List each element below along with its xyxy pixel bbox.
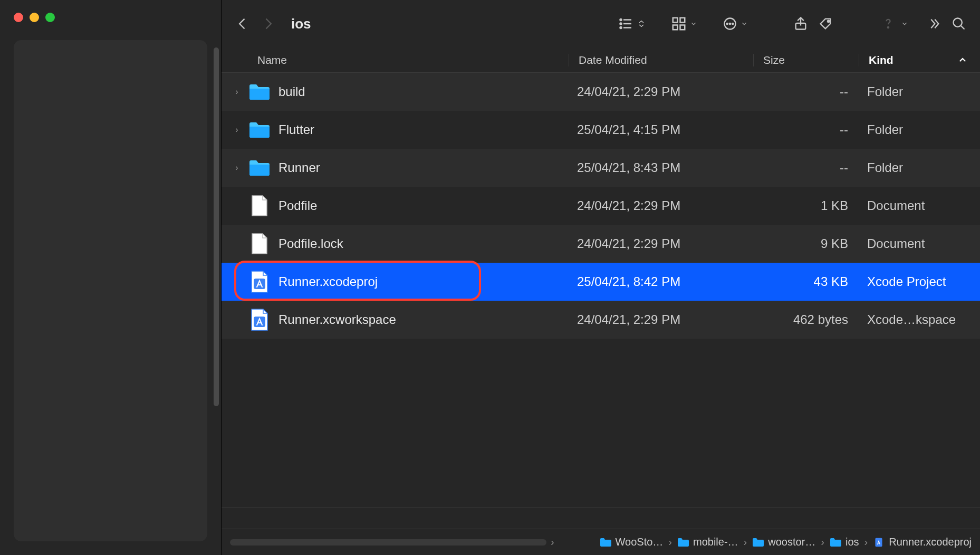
chevron-right-icon: › — [744, 536, 747, 548]
file-kind: Xcode…kspace — [858, 312, 980, 327]
main-pane: ios — [222, 0, 980, 555]
file-row[interactable]: Podfile.lock24/04/21, 2:29 PM9 KBDocumen… — [222, 225, 980, 263]
file-kind: Folder — [858, 84, 980, 99]
path-crumb-label: ios — [846, 536, 859, 548]
path-crumb[interactable]: mobile-… — [677, 536, 738, 548]
file-row[interactable]: ›Flutter25/04/21, 4:15 PM--Folder — [222, 111, 980, 149]
column-header-kind[interactable]: Kind — [859, 54, 980, 66]
sidebar — [0, 0, 222, 555]
folder-icon — [830, 538, 841, 547]
column-header-date[interactable]: Date Modified — [569, 54, 753, 66]
path-crumb-label: woostor… — [768, 536, 815, 548]
dropdown-chevron-icon[interactable] — [901, 20, 908, 27]
disclosure-triangle-icon[interactable]: › — [231, 87, 243, 97]
file-size: -- — [752, 122, 858, 137]
chevron-right-icon: › — [551, 536, 554, 548]
help-icon — [879, 14, 898, 33]
folder-icon — [248, 156, 271, 179]
file-date: 25/04/21, 8:43 PM — [568, 160, 752, 175]
file-row[interactable]: Podfile24/04/21, 2:29 PM1 KBDocument — [222, 187, 980, 225]
path-bar-scrub[interactable] — [230, 539, 546, 546]
sidebar-scrollbar[interactable] — [214, 47, 219, 406]
view-list-button[interactable] — [618, 16, 646, 32]
back-button[interactable] — [233, 14, 252, 33]
svg-point-2 — [620, 23, 622, 25]
close-window-button[interactable] — [14, 13, 23, 22]
file-kind: Folder — [858, 160, 980, 175]
svg-line-18 — [961, 26, 965, 30]
overflow-button[interactable] — [924, 14, 943, 33]
path-crumb[interactable]: ios — [830, 536, 859, 548]
window-controls — [0, 0, 221, 35]
column-header-kind-label: Kind — [869, 54, 893, 66]
path-crumb[interactable]: Runner.xcodeproj — [873, 536, 972, 548]
file-name: Runner — [278, 160, 568, 175]
fullscreen-window-button[interactable] — [45, 13, 55, 22]
file-kind: Document — [858, 236, 980, 251]
column-header-size[interactable]: Size — [753, 54, 859, 66]
share-button[interactable] — [791, 14, 810, 33]
file-name: build — [278, 84, 568, 99]
svg-rect-6 — [673, 18, 678, 23]
path-bar: › WooSto…›mobile-…›woostor…›ios›Runner.x… — [222, 529, 980, 555]
file-row[interactable]: ›Runner25/04/21, 8:43 PM--Folder — [222, 149, 980, 187]
path-crumb-label: WooSto… — [616, 536, 664, 548]
column-headers: Name Date Modified Size Kind — [222, 47, 980, 73]
file-size: 1 KB — [752, 198, 858, 213]
file-size: 43 KB — [752, 274, 858, 289]
file-date: 24/04/21, 2:29 PM — [568, 84, 752, 99]
path-crumb-label: Runner.xcodeproj — [889, 536, 972, 548]
svg-point-12 — [729, 23, 731, 24]
file-name: Runner.xcworkspace — [278, 312, 568, 327]
file-date: 24/04/21, 2:29 PM — [568, 198, 752, 213]
file-date: 24/04/21, 2:29 PM — [568, 236, 752, 251]
file-date: 24/04/21, 2:29 PM — [568, 312, 752, 327]
svg-point-4 — [620, 27, 622, 28]
folder-icon — [600, 538, 611, 547]
chevron-right-icon: › — [821, 536, 824, 548]
file-size: -- — [752, 84, 858, 99]
disclosure-triangle-icon[interactable]: › — [231, 125, 243, 135]
folder-icon — [677, 538, 689, 547]
folder-icon — [752, 538, 764, 547]
minimize-window-button[interactable] — [30, 13, 39, 22]
file-kind: Xcode Project — [858, 274, 980, 289]
svg-rect-8 — [673, 25, 678, 30]
svg-point-17 — [954, 18, 962, 27]
xcode-icon — [248, 270, 271, 293]
file-row[interactable]: Runner.xcworkspace24/04/21, 2:29 PM462 b… — [222, 301, 980, 339]
file-row[interactable]: ›build24/04/21, 2:29 PM--Folder — [222, 73, 980, 111]
sort-ascending-icon — [958, 55, 967, 65]
xcode-icon — [873, 538, 885, 547]
tags-button[interactable] — [816, 14, 835, 33]
toolbar: ios — [222, 0, 980, 47]
folder-title: ios — [291, 16, 311, 32]
file-name: Runner.xcodeproj — [278, 274, 568, 289]
file-list: ›build24/04/21, 2:29 PM--Folder›Flutter2… — [222, 73, 980, 508]
search-button[interactable] — [949, 14, 968, 33]
svg-rect-7 — [680, 18, 685, 23]
forward-button[interactable] — [258, 14, 277, 33]
file-size: 9 KB — [752, 236, 858, 251]
chevron-right-icon: › — [864, 536, 868, 548]
doc-icon — [248, 232, 271, 255]
file-date: 25/04/21, 4:15 PM — [568, 122, 752, 137]
file-size: -- — [752, 160, 858, 175]
column-header-name[interactable]: Name — [257, 54, 569, 66]
file-kind: Document — [858, 198, 980, 213]
path-crumb[interactable]: WooSto… — [600, 536, 664, 548]
group-by-button[interactable] — [671, 16, 697, 32]
status-bar — [222, 508, 980, 529]
file-name: Flutter — [278, 122, 568, 137]
doc-icon — [248, 194, 271, 217]
action-menu-button[interactable] — [723, 16, 748, 31]
path-crumb-label: mobile-… — [693, 536, 738, 548]
chevron-right-icon: › — [668, 536, 672, 548]
svg-point-15 — [828, 21, 830, 23]
file-row[interactable]: Runner.xcodeproj25/04/21, 8:42 PM43 KBXc… — [222, 263, 980, 301]
disclosure-triangle-icon[interactable]: › — [231, 163, 243, 173]
folder-icon — [248, 80, 271, 103]
file-date: 25/04/21, 8:42 PM — [568, 274, 752, 289]
sidebar-content — [14, 40, 207, 541]
path-crumb[interactable]: woostor… — [752, 536, 815, 548]
